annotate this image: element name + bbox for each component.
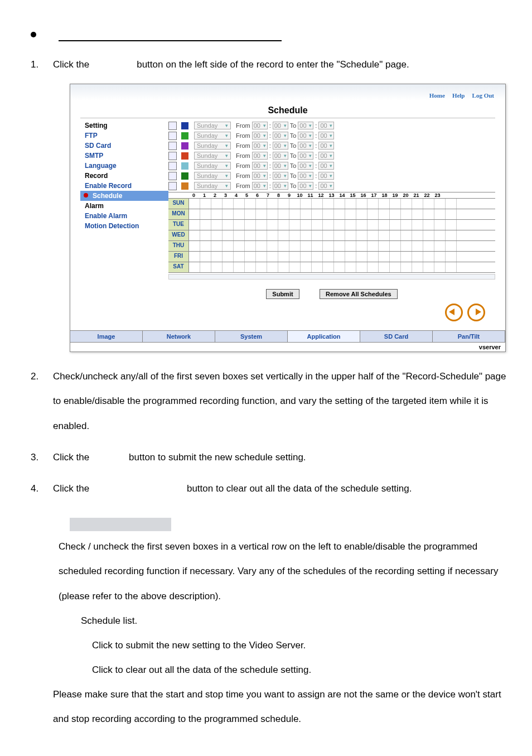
schedule-cell[interactable] <box>323 199 334 209</box>
schedule-cell[interactable] <box>267 252 278 262</box>
schedule-cell[interactable] <box>390 220 401 230</box>
schedule-cell[interactable] <box>245 262 256 272</box>
from-hour-select[interactable]: 00▾ <box>252 162 268 170</box>
schedule-cell[interactable] <box>278 199 289 209</box>
schedule-cell[interactable] <box>379 252 390 262</box>
schedule-cell[interactable] <box>367 199 379 209</box>
schedule-cell[interactable] <box>334 209 345 219</box>
schedule-cell[interactable] <box>200 241 211 251</box>
schedule-cell[interactable] <box>367 209 379 219</box>
schedule-cell[interactable] <box>379 199 390 209</box>
schedule-cell[interactable] <box>223 230 234 240</box>
schedule-checkbox[interactable] <box>168 152 177 160</box>
schedule-cell[interactable] <box>334 220 345 230</box>
schedule-cell[interactable] <box>379 220 390 230</box>
tab-application[interactable]: Application <box>288 331 360 342</box>
day-select[interactable]: Sunday▾ <box>194 162 231 170</box>
schedule-cell[interactable] <box>390 230 401 240</box>
schedule-cell[interactable] <box>334 241 345 251</box>
to-min-select[interactable]: 00▾ <box>318 182 334 190</box>
schedule-cell[interactable] <box>390 262 401 272</box>
schedule-cell[interactable] <box>267 199 278 209</box>
schedule-cell[interactable] <box>412 262 423 272</box>
schedule-cell[interactable] <box>211 241 223 251</box>
to-min-select[interactable]: 00▾ <box>318 132 334 139</box>
tab-image[interactable]: Image <box>70 331 143 342</box>
schedule-cell[interactable] <box>401 262 412 272</box>
schedule-cell[interactable] <box>256 262 267 272</box>
schedule-cell[interactable] <box>245 230 256 240</box>
schedule-cell[interactable] <box>211 230 223 240</box>
schedule-cell[interactable] <box>334 199 345 209</box>
schedule-cell[interactable] <box>423 199 434 209</box>
schedule-cell[interactable] <box>345 262 356 272</box>
to-hour-select[interactable]: 00▾ <box>298 172 313 180</box>
schedule-cell[interactable] <box>234 209 245 219</box>
schedule-cell[interactable] <box>390 209 401 219</box>
day-select[interactable]: Sunday▾ <box>194 122 231 129</box>
schedule-cell[interactable] <box>412 230 423 240</box>
schedule-cell[interactable] <box>323 262 334 272</box>
sidebar-item-ftp[interactable]: FTP <box>80 131 168 141</box>
schedule-cell[interactable] <box>367 262 379 272</box>
schedule-cell[interactable] <box>446 209 457 219</box>
schedule-cell[interactable] <box>345 241 356 251</box>
schedule-cell[interactable] <box>379 230 390 240</box>
schedule-cell[interactable] <box>412 220 423 230</box>
from-min-select[interactable]: 00▾ <box>273 142 288 150</box>
schedule-cell[interactable] <box>301 230 312 240</box>
to-hour-select[interactable]: 00▾ <box>298 162 313 170</box>
schedule-cell[interactable] <box>401 230 412 240</box>
sidebar-item-setting[interactable]: Setting <box>80 121 168 131</box>
from-min-select[interactable]: 00▾ <box>273 122 288 129</box>
schedule-checkbox[interactable] <box>168 132 177 140</box>
schedule-cell[interactable] <box>423 241 434 251</box>
tab-network[interactable]: Network <box>143 331 215 342</box>
day-select[interactable]: Sunday▾ <box>194 142 231 150</box>
to-min-select[interactable]: 00▾ <box>318 122 334 129</box>
schedule-cell[interactable] <box>412 209 423 219</box>
schedule-cell[interactable] <box>312 199 323 209</box>
schedule-cell[interactable] <box>412 252 423 262</box>
tab-system[interactable]: System <box>215 331 288 342</box>
schedule-cell[interactable] <box>423 252 434 262</box>
schedule-cell[interactable] <box>323 209 334 219</box>
schedule-cell[interactable] <box>245 209 256 219</box>
schedule-cell[interactable] <box>223 252 234 262</box>
schedule-cell[interactable] <box>301 209 312 219</box>
schedule-cell[interactable] <box>245 199 256 209</box>
schedule-cell[interactable] <box>200 252 211 262</box>
from-hour-select[interactable]: 00▾ <box>252 142 268 150</box>
schedule-cell[interactable] <box>301 252 312 262</box>
schedule-cell[interactable] <box>379 209 390 219</box>
schedule-cell[interactable] <box>323 252 334 262</box>
schedule-cell[interactable] <box>256 209 267 219</box>
schedule-cell[interactable] <box>189 252 200 262</box>
schedule-cell[interactable] <box>379 262 390 272</box>
schedule-cell[interactable] <box>301 262 312 272</box>
schedule-cell[interactable] <box>434 252 446 262</box>
schedule-cell[interactable] <box>289 209 301 219</box>
schedule-cell[interactable] <box>434 220 446 230</box>
schedule-checkbox[interactable] <box>168 142 177 150</box>
schedule-cell[interactable] <box>390 241 401 251</box>
schedule-cell[interactable] <box>356 199 367 209</box>
day-select[interactable]: Sunday▾ <box>194 152 231 160</box>
schedule-cell[interactable] <box>412 241 423 251</box>
schedule-cell[interactable] <box>312 252 323 262</box>
to-hour-select[interactable]: 00▾ <box>298 152 313 160</box>
sidebar-item-motion-detection[interactable]: Motion Detection <box>80 221 168 231</box>
to-min-select[interactable]: 00▾ <box>318 172 334 180</box>
schedule-cell[interactable] <box>323 220 334 230</box>
schedule-cell[interactable] <box>401 241 412 251</box>
schedule-cell[interactable] <box>345 252 356 262</box>
schedule-cell[interactable] <box>323 241 334 251</box>
to-hour-select[interactable]: 00▾ <box>298 132 313 139</box>
schedule-cell[interactable] <box>345 199 356 209</box>
to-hour-select[interactable]: 00▾ <box>298 142 313 150</box>
schedule-cell[interactable] <box>189 220 200 230</box>
sidebar-item-enable-record[interactable]: Enable Record <box>80 181 168 191</box>
schedule-cell[interactable] <box>301 220 312 230</box>
schedule-cell[interactable] <box>267 241 278 251</box>
schedule-cell[interactable] <box>289 252 301 262</box>
